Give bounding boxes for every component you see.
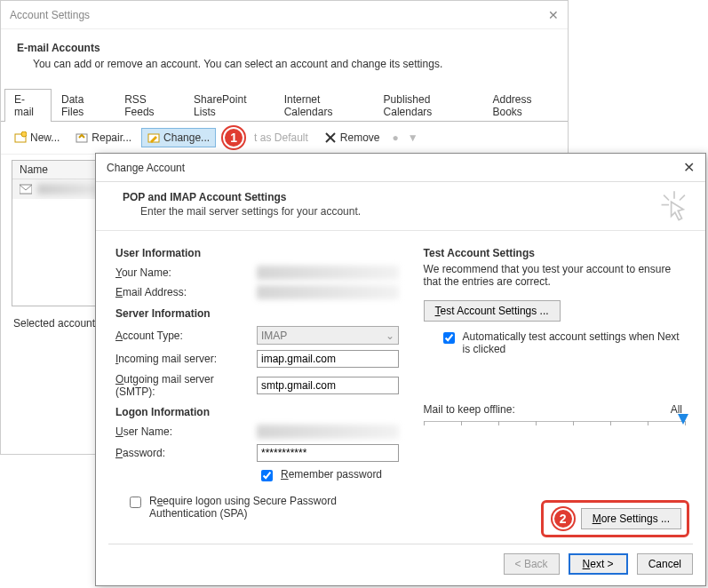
right-column: Test Account Settings We recommend that … <box>424 242 686 523</box>
outgoing-input[interactable] <box>257 377 399 394</box>
label-incoming: Incoming mail server: <box>115 353 253 365</box>
close-icon[interactable]: ✕ <box>548 8 559 22</box>
section-server-info: Server Information <box>115 302 406 323</box>
dialog-footer: < Back Next > Cancel <box>108 544 693 575</box>
new-label: New... <box>30 131 60 144</box>
label-email: Email Address: <box>115 286 253 298</box>
change-label: Change... <box>163 131 210 144</box>
incoming-input[interactable] <box>257 350 399 368</box>
back-button: < Back <box>504 553 560 575</box>
mail-offline-label: Mail to keep offline: <box>424 403 515 416</box>
label-password: Password: <box>115 447 253 459</box>
set-default-button: t as Default <box>248 128 314 147</box>
password-input[interactable] <box>257 444 399 462</box>
front-title: Change Account <box>107 162 683 174</box>
repair-icon <box>76 131 88 144</box>
slider-thumb-icon[interactable] <box>678 414 688 425</box>
change-account-dialog: Change Account ✕ POP and IMAP Account Se… <box>95 153 706 586</box>
repair-button[interactable]: Repair... <box>69 128 138 147</box>
blurred-email <box>257 285 399 299</box>
test-button[interactable]: TTest Account Settings ...est Account Se… <box>424 300 561 322</box>
front-subtext: Enter the mail server settings for your … <box>123 203 686 218</box>
cursor-graphic-icon <box>659 191 689 225</box>
callout-2: 2 <box>553 508 574 529</box>
close-icon[interactable]: ✕ <box>683 159 695 176</box>
tab-published-cal[interactable]: Published Calendars <box>374 89 483 122</box>
blurred-username <box>257 425 399 439</box>
section-user-info: User Information <box>115 242 406 263</box>
svg-line-9 <box>664 195 669 201</box>
svg-point-1 <box>21 131 27 137</box>
tab-sharepoint[interactable]: SharePoint Lists <box>184 89 274 122</box>
tab-rss[interactable]: RSS Feeds <box>115 89 184 122</box>
tabstrip: E-mail Data Files RSS Feeds SharePoint L… <box>1 88 568 122</box>
spa-label: Reequire logon using Secure Password Aut… <box>149 495 398 520</box>
back-subtext: You can add or remove an account. You ca… <box>15 58 553 70</box>
move-down-icon[interactable]: ▼ <box>405 131 421 144</box>
back-heading: E-mail Accounts <box>15 36 553 58</box>
remove-label: Remove <box>340 131 380 144</box>
offline-slider[interactable] <box>424 421 686 430</box>
front-header: POP and IMAP Account Settings Enter the … <box>96 182 705 231</box>
change-icon <box>147 131 160 144</box>
label-outgoing: Outgoing mail server (SMTP): <box>115 373 253 398</box>
section-test: Test Account Settings <box>424 242 686 263</box>
account-type-select: IMAP ⌄ <box>257 326 399 345</box>
new-icon <box>14 131 27 144</box>
move-up-icon[interactable]: ● <box>390 131 402 144</box>
auto-test-checkbox[interactable] <box>443 332 455 344</box>
cancel-button[interactable]: Cancel <box>637 553 693 575</box>
callout-1: 1 <box>223 127 244 148</box>
change-button[interactable]: Change... <box>141 128 216 147</box>
label-account-type: Account Type: <box>115 330 253 342</box>
section-logon-info: Logon Information <box>115 401 406 422</box>
next-button[interactable]: Next > <box>569 553 628 575</box>
set-default-label: t as Default <box>254 131 308 144</box>
tab-internet-cal[interactable]: Internet Calendars <box>274 89 374 122</box>
front-heading: POP and IMAP Account Settings <box>123 191 686 203</box>
remember-label: Remember password <box>281 468 382 481</box>
label-username: User Name: <box>115 425 253 438</box>
auto-test-label: Automatically test account settings when… <box>463 330 686 355</box>
remember-checkbox[interactable] <box>261 470 273 481</box>
tab-address-books[interactable]: Address Books <box>482 89 568 122</box>
mail-icon <box>20 183 32 195</box>
svg-line-10 <box>680 195 685 201</box>
toolbar: New... Repair... Change... 1 t as Defaul… <box>1 122 568 155</box>
tab-email[interactable]: E-mail <box>4 89 52 122</box>
blurred-your-name <box>257 266 399 280</box>
new-button[interactable]: New... <box>8 128 66 147</box>
remove-icon <box>324 131 337 144</box>
spa-checkbox[interactable] <box>130 497 141 508</box>
back-header: E-mail Accounts You can add or remove an… <box>1 29 568 83</box>
repair-label: Repair... <box>91 131 131 144</box>
account-type-value: IMAP <box>261 330 287 342</box>
label-your-name: Your Name: <box>115 266 253 279</box>
left-column: User Information Your Name: Email Addres… <box>115 242 406 523</box>
test-text: We recommend that you test your account … <box>424 263 686 300</box>
front-titlebar: Change Account ✕ <box>96 154 705 182</box>
back-title: Account Settings <box>10 9 548 21</box>
back-titlebar: Account Settings ✕ <box>1 1 568 29</box>
remove-button[interactable]: Remove <box>318 128 386 147</box>
chevron-down-icon: ⌄ <box>386 330 394 342</box>
more-settings-highlight: 2 More Settings ... <box>541 500 689 537</box>
tab-data-files[interactable]: Data Files <box>52 89 115 122</box>
more-settings-button[interactable]: More Settings ... <box>581 508 681 529</box>
form-area: User Information Your Name: Email Addres… <box>96 231 705 523</box>
